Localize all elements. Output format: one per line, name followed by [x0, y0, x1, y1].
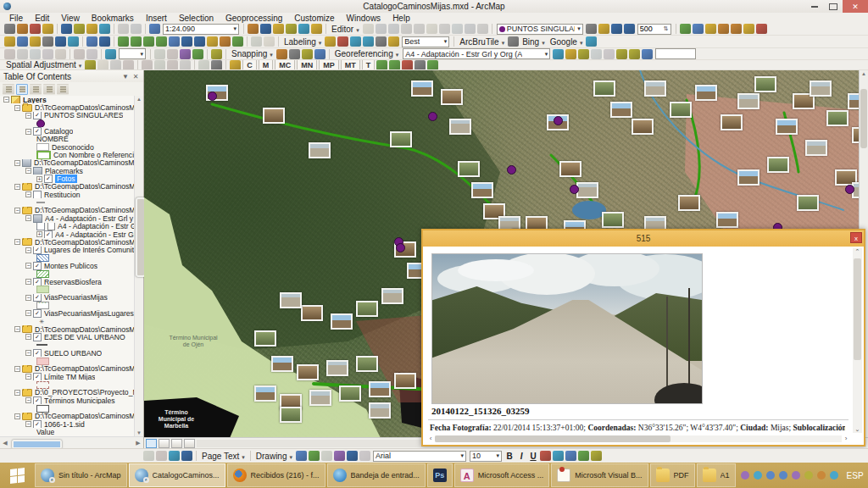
- arctoolbox-icon[interactable]: [286, 24, 297, 34]
- photo-thumbnail-marker[interactable]: [632, 119, 654, 135]
- grid-c-icon[interactable]: [180, 60, 191, 70]
- list-by-selection-icon[interactable]: [43, 84, 55, 95]
- expander-icon[interactable]: −: [25, 334, 31, 340]
- layer-checkbox[interactable]: ✓: [33, 112, 42, 119]
- layer-tree-item[interactable]: Value: [0, 428, 135, 435]
- layer-checkbox[interactable]: [33, 191, 42, 198]
- photo-thumbnail-marker[interactable]: [309, 142, 331, 158]
- photo-thumbnail-marker[interactable]: [695, 85, 717, 101]
- menu-windows[interactable]: Windows: [341, 14, 387, 23]
- popup-scroll-left-icon[interactable]: ‹: [426, 435, 435, 442]
- layer-checkbox[interactable]: ✓: [33, 349, 42, 357]
- expander-icon[interactable]: −: [14, 160, 20, 166]
- taskbar-item-sin-t-tulo-arcmap[interactable]: Sin título - ArcMap: [35, 463, 127, 487]
- layer-tree-item[interactable]: [0, 270, 135, 278]
- bold-button[interactable]: B: [504, 452, 515, 461]
- point-snapping-icon[interactable]: [276, 49, 287, 59]
- bing-menu[interactable]: Bing: [520, 37, 548, 47]
- layer-tree-item[interactable]: −D:\TcGeomapDatos\CaminosMijas\Fotos\F: [0, 159, 135, 167]
- label-engine-combo[interactable]: Best: [402, 36, 449, 47]
- photo-thumbnail-marker[interactable]: [471, 182, 493, 198]
- straight-segment-icon[interactable]: [388, 24, 399, 34]
- adjustment-4-icon[interactable]: [42, 49, 53, 59]
- target-layer-combo[interactable]: PUNTOS SINGULARES: [497, 24, 583, 35]
- photo-thumbnail-marker[interactable]: [339, 385, 361, 402]
- zoom-out-icon[interactable]: [17, 36, 28, 47]
- annotation-mp-button[interactable]: MP: [319, 60, 339, 70]
- red-x-icon[interactable]: [693, 24, 704, 34]
- layer-tree-item[interactable]: −D:\TcGeomapDatos\CaminosMijas\PGOU: [0, 207, 135, 214]
- annotation-mn-button[interactable]: MN: [297, 60, 317, 70]
- photo-thumbnail-marker[interactable]: [390, 131, 412, 147]
- photo-thumbnail-marker[interactable]: [737, 169, 760, 186]
- rectangle-tool-icon[interactable]: [334, 451, 345, 461]
- photo-thumbnail-marker[interactable]: [326, 360, 348, 376]
- snapping-menu[interactable]: Snapping: [229, 49, 275, 58]
- layer-tree-item[interactable]: −Placemarks: [0, 167, 135, 175]
- expander-icon[interactable]: −: [25, 374, 31, 380]
- blue-dot-icon[interactable]: [389, 60, 400, 70]
- taskbar-item-pdf[interactable]: PDF: [650, 463, 695, 487]
- photo-thumbnail-marker[interactable]: [369, 381, 391, 397]
- table-of-contents-icon[interactable]: [248, 24, 259, 34]
- layer-tree-item[interactable]: −✓ViasPecuariasMijasLugaresAsociados: [0, 309, 135, 317]
- brutile-icon[interactable]: [743, 24, 754, 34]
- point-tool-icon[interactable]: [426, 24, 437, 34]
- toc-options-icon[interactable]: [57, 84, 69, 95]
- font-color-icon[interactable]: [540, 451, 551, 461]
- photo-thumbnail-marker[interactable]: [593, 80, 615, 97]
- expander-icon[interactable]: −: [25, 295, 31, 301]
- layer-tree-item[interactable]: −A4 - Adaptación - Estr Grl y Org (A).dw…: [0, 214, 135, 222]
- photo-thumbnail-marker[interactable]: [602, 212, 624, 228]
- photo-thumbnail-marker[interactable]: [271, 356, 293, 372]
- layer-tree-item[interactable]: −✓Límite TM Mijas: [0, 373, 135, 380]
- layer-tree-item[interactable]: −D:\TcGeomapDatos\CaminosMijas\Cartogr: [0, 183, 135, 191]
- layer-tree-item[interactable]: −D:\TcGeomapDatos\CaminosMijas\Camino: [0, 103, 135, 111]
- map-scale-combo[interactable]: 1:24.090: [163, 24, 239, 35]
- annotation-mc-button[interactable]: MC: [275, 60, 295, 70]
- teamviewer-tray-icon[interactable]: [766, 471, 775, 480]
- last-page-icon[interactable]: [181, 451, 192, 461]
- rotation-icon[interactable]: [642, 49, 653, 59]
- redo-icon[interactable]: [131, 24, 142, 34]
- google-menu[interactable]: Google: [548, 37, 586, 47]
- layer-tree-item[interactable]: −D:\TcGeomapDatos\CaminosMijas\Catastro: [0, 325, 135, 333]
- layer-tree-item[interactable]: [0, 302, 135, 309]
- font-size-combo[interactable]: 10: [470, 451, 502, 462]
- find-icon[interactable]: [207, 36, 218, 47]
- popup-vertical-scrollbar[interactable]: ⌃ ⌄: [853, 248, 862, 433]
- menu-geoprocessing[interactable]: Geoprocessing: [220, 14, 288, 23]
- layer-tree-item[interactable]: −✓Términos Municipales: [0, 396, 135, 404]
- expander-icon[interactable]: −: [25, 191, 31, 197]
- grid-a-icon[interactable]: [154, 60, 165, 70]
- layer-checkbox[interactable]: ✓: [33, 309, 42, 317]
- layer-checkbox[interactable]: ✓: [33, 127, 42, 135]
- popup-scroll-right-icon[interactable]: ›: [842, 435, 850, 442]
- layer-checkbox[interactable]: ✓: [33, 262, 42, 269]
- menu-help[interactable]: Help: [387, 14, 416, 23]
- scroll-up-icon[interactable]: ▲: [135, 96, 143, 103]
- pause-labeling-icon[interactable]: [363, 36, 374, 47]
- menu-view[interactable]: View: [55, 14, 86, 23]
- print-icon[interactable]: [42, 24, 53, 34]
- hyperlink-icon[interactable]: [169, 36, 180, 47]
- menu-edit[interactable]: Edit: [29, 14, 55, 23]
- volume-tray-icon[interactable]: [830, 471, 838, 480]
- arcbrutile-menu[interactable]: ArcBruTile: [457, 37, 507, 47]
- labeling-menu[interactable]: Labeling: [281, 37, 324, 47]
- droplet-icon[interactable]: [680, 24, 691, 34]
- popup-scroll-up-icon[interactable]: ⌃: [853, 248, 862, 255]
- go-to-xy-icon[interactable]: [232, 36, 243, 47]
- punto-singular-marker[interactable]: [507, 165, 516, 175]
- expander-icon[interactable]: −: [25, 397, 31, 403]
- punto-singular-marker[interactable]: [396, 243, 405, 252]
- python-window-icon[interactable]: [298, 24, 309, 34]
- rotate-ccw-icon[interactable]: [591, 49, 602, 59]
- font-family-combo[interactable]: Arial: [373, 451, 466, 462]
- layer-tree-item[interactable]: −✓ReservasBiosfera: [0, 278, 135, 286]
- open-folder-icon[interactable]: [17, 24, 28, 34]
- copy-icon[interactable]: [74, 24, 85, 34]
- scroll-left-icon[interactable]: ◀: [0, 440, 10, 446]
- list-by-drawing-order-icon[interactable]: [3, 84, 14, 95]
- layer-tree-item[interactable]: [0, 119, 135, 127]
